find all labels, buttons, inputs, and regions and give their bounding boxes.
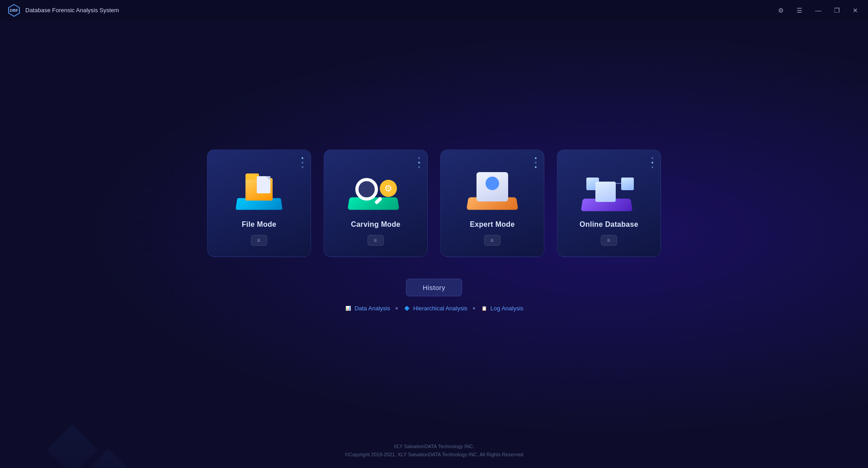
analysis-links-row: 📊 Data Analysis 🔷 Hierarchical Analysis … [344, 304, 524, 312]
file-mode-icon-area [230, 161, 288, 215]
file-mode-icon [232, 165, 286, 211]
data-analysis-icon: 📊 [344, 304, 352, 312]
footer-line1: XLY SalvationDATA Technology INC. [0, 442, 868, 451]
data-analysis-link[interactable]: 📊 Data Analysis [344, 304, 390, 312]
maximize-button[interactable]: ❐ [831, 5, 843, 16]
carving-mode-menu-btn[interactable]: ≡ [368, 235, 384, 246]
hierarchical-analysis-link[interactable]: 🔷 Hierarchical Analysis [403, 304, 467, 312]
app-title: Database Forensic Analysis System [25, 7, 775, 14]
sparkle-dot [535, 162, 537, 164]
carving-mode-card[interactable]: ⚙ Carving Mode ≡ [324, 150, 428, 257]
footer: XLY SalvationDATA Technology INC. ©Copyr… [0, 442, 868, 459]
titlebar: DBF Database Forensic Analysis System ⚙ … [0, 0, 868, 20]
sparkle-dot [302, 162, 303, 164]
link-separator [473, 307, 475, 309]
sparkle-dot [302, 166, 303, 168]
sparkle-dot [535, 166, 537, 168]
close-button[interactable]: ✕ [850, 5, 861, 16]
online-database-menu-btn[interactable]: ≡ [601, 235, 617, 246]
sparkle-dot [418, 157, 420, 159]
online-db-icon [580, 164, 638, 212]
expert-mode-card[interactable]: Expert Mode ≡ [440, 150, 544, 257]
expert-mode-label: Expert Mode [470, 220, 514, 229]
hierarchical-analysis-icon: 🔷 [403, 304, 410, 312]
sparkle-dot [418, 162, 420, 164]
menu-button[interactable]: ☰ [794, 5, 805, 16]
carving-mode-icon-area: ⚙ [346, 161, 405, 215]
hierarchical-analysis-label: Hierarchical Analysis [413, 305, 467, 312]
log-analysis-icon: 📋 [481, 304, 488, 312]
sparkle-dot [418, 166, 420, 168]
carving-mode-label: Carving Mode [351, 220, 400, 229]
expert-mode-menu-btn[interactable]: ≡ [484, 235, 500, 246]
expert-mode-icon-area [463, 161, 522, 215]
log-analysis-label: Log Analysis [491, 305, 524, 312]
mode-cards-row: File Mode ≡ ⚙ Carving Mode ≡ [207, 150, 661, 257]
sparkle-dot [302, 157, 303, 159]
sparkle-dot [535, 157, 537, 159]
file-mode-label: File Mode [242, 220, 276, 229]
settings-button[interactable]: ⚙ [775, 5, 787, 16]
online-database-card[interactable]: Online Database ≡ [557, 150, 661, 257]
link-separator [396, 307, 398, 309]
window-controls: ⚙ ☰ — ❐ ✕ [775, 5, 861, 16]
minimize-button[interactable]: — [812, 5, 824, 16]
carving-mode-icon: ⚙ [346, 165, 405, 211]
main-content: File Mode ≡ ⚙ Carving Mode ≡ [0, 20, 868, 468]
data-analysis-label: Data Analysis [354, 305, 390, 312]
file-mode-menu-btn[interactable]: ≡ [251, 235, 267, 246]
footer-line2: ©Copyright 2019-2021, XLY SalvationDATA … [0, 450, 868, 459]
history-button[interactable]: History [406, 279, 462, 296]
sparkle-dot [651, 162, 653, 164]
sparkle-dot [651, 166, 653, 168]
history-section: History 📊 Data Analysis 🔷 Hierarchical A… [344, 279, 524, 312]
expert-mode-icon [465, 165, 519, 211]
sparkle-dot [651, 157, 653, 159]
file-mode-card[interactable]: File Mode ≡ [207, 150, 311, 257]
app-logo: DBF [7, 4, 21, 17]
log-analysis-link[interactable]: 📋 Log Analysis [481, 304, 524, 312]
online-database-label: Online Database [580, 220, 638, 229]
online-db-icon-area [580, 161, 638, 215]
svg-text:DBF: DBF [10, 8, 19, 13]
